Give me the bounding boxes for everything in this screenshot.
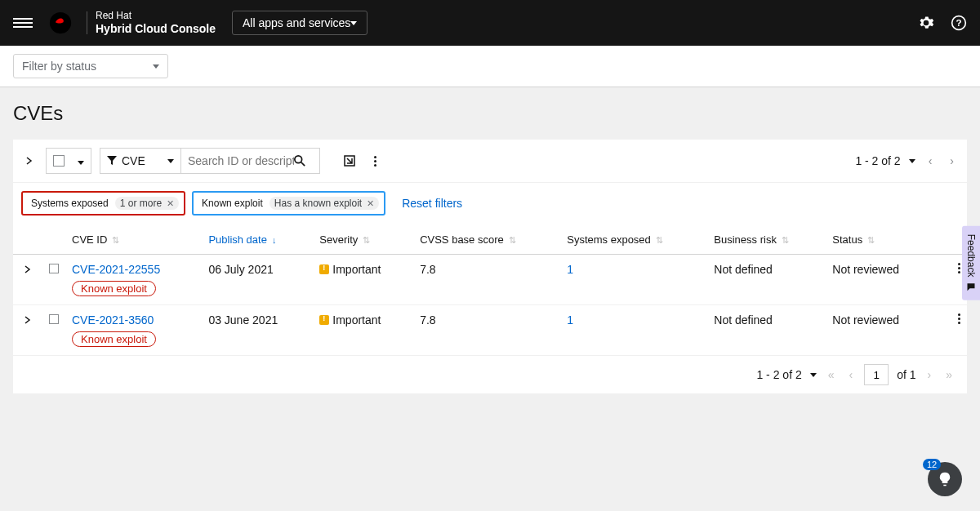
help-icon[interactable]: ?	[951, 15, 967, 31]
toolbar-kebab-menu[interactable]	[374, 156, 376, 167]
bulk-select-dropdown[interactable]	[46, 148, 91, 174]
filter-type-label: CVE	[122, 154, 145, 167]
chip-known-exploit: Known exploit Has a known exploit ✕	[192, 191, 385, 216]
col-cve-id[interactable]: CVE ID⇅	[65, 225, 202, 255]
col-cvss[interactable]: CVSS base score⇅	[413, 225, 560, 255]
search-input[interactable]	[188, 154, 294, 167]
brand-logo[interactable]: Red Hat Hybrid Cloud Console	[49, 11, 216, 35]
cell-publish-date: 06 July 2021	[202, 255, 313, 305]
table-row: CVE-2021-3560 Known exploit 03 June 2021…	[13, 305, 967, 356]
checkbox-icon	[53, 155, 65, 167]
cve-table: CVE ID⇅ Publish date↓ Severity⇅ CVSS bas…	[13, 225, 967, 356]
pager-page-input[interactable]	[864, 364, 889, 385]
col-publish-date[interactable]: Publish date↓	[202, 225, 313, 255]
cve-id-link[interactable]: CVE-2021-3560	[72, 313, 195, 327]
filter-chips-row: Systems exposed 1 or more ✕ Known exploi…	[13, 183, 967, 225]
col-severity[interactable]: Severity⇅	[313, 225, 413, 255]
svg-point-3	[295, 156, 302, 163]
pager-next-button[interactable]: ›	[924, 368, 935, 381]
gear-icon[interactable]	[918, 15, 934, 31]
pager-prev-button[interactable]: ‹	[924, 154, 938, 167]
cell-severity: Important	[313, 255, 413, 305]
page-title: CVEs	[0, 87, 980, 133]
cell-severity: Important	[313, 305, 413, 356]
systems-exposed-link[interactable]: 1	[567, 263, 573, 276]
filter-icon	[107, 156, 117, 166]
chip-remove-icon[interactable]: ✕	[167, 198, 174, 209]
filter-type-dropdown[interactable]: CVE	[100, 148, 181, 174]
chevron-down-icon	[350, 21, 357, 25]
cell-cvss: 7.8	[413, 255, 560, 305]
row-expand-toggle[interactable]	[13, 305, 42, 356]
expand-all-toggle[interactable]	[21, 154, 38, 167]
feedback-label: Feedback	[965, 234, 977, 278]
export-icon[interactable]	[343, 154, 356, 167]
pager-compact: 1 - 2 of 2 ‹ ›	[855, 154, 959, 167]
filter-by-status-dropdown[interactable]: Filter by status	[13, 54, 168, 78]
top-header: Red Hat Hybrid Cloud Console All apps an…	[0, 0, 980, 46]
search-input-group[interactable]	[181, 148, 320, 174]
col-systems-exposed[interactable]: Systems exposed⇅	[560, 225, 707, 255]
cell-cvss: 7.8	[413, 305, 560, 356]
cell-status: Not reviewed	[826, 305, 933, 356]
feedback-tab[interactable]: Feedback	[962, 226, 980, 300]
app-selector-dropdown[interactable]: All apps and services	[232, 11, 368, 35]
chevron-down-icon	[167, 159, 174, 163]
cve-id-link[interactable]: CVE-2021-22555	[72, 263, 195, 276]
row-checkbox[interactable]	[42, 305, 65, 356]
pager-prev-button[interactable]: ‹	[846, 368, 857, 381]
systems-exposed-link[interactable]: 1	[567, 313, 573, 327]
logo-divider	[87, 11, 87, 34]
cell-business-risk: Not defined	[707, 305, 826, 356]
severity-icon	[319, 264, 329, 274]
chip-label: Systems exposed	[28, 196, 112, 211]
row-expand-toggle[interactable]	[13, 255, 42, 305]
chat-icon	[966, 282, 976, 291]
brand-line2: Hybrid Cloud Console	[96, 22, 216, 35]
hamburger-menu-icon[interactable]	[13, 13, 33, 33]
redhat-icon	[49, 11, 72, 34]
severity-icon	[319, 315, 329, 325]
row-checkbox[interactable]	[42, 255, 65, 305]
brand-text: Red Hat Hybrid Cloud Console	[96, 11, 216, 35]
table-row: CVE-2021-22555 Known exploit 06 July 202…	[13, 255, 967, 305]
pager-first-button[interactable]: «	[825, 368, 838, 381]
app-selector-label: All apps and services	[243, 16, 350, 29]
chip-remove-icon[interactable]: ✕	[367, 198, 374, 209]
chevron-down-icon[interactable]	[909, 159, 915, 163]
cell-publish-date: 03 June 2021	[202, 305, 313, 356]
chevron-down-icon[interactable]	[810, 373, 817, 377]
chip-value: 1 or more ✕	[115, 197, 179, 210]
chevron-down-icon	[78, 161, 84, 165]
chip-label: Known exploit	[198, 196, 266, 211]
sub-toolbar: Filter by status	[0, 46, 980, 87]
brand-line1: Red Hat	[96, 11, 216, 22]
table-toolbar: CVE 1 - 2 of 2 ‹ ›	[13, 140, 967, 183]
col-business-risk[interactable]: Business risk⇅	[707, 225, 826, 255]
chip-systems-exposed: Systems exposed 1 or more ✕	[21, 191, 185, 216]
known-exploit-badge: Known exploit	[72, 281, 156, 296]
search-icon[interactable]	[294, 155, 305, 167]
pager-last-button[interactable]: »	[942, 368, 956, 381]
filter-status-placeholder: Filter by status	[22, 60, 96, 73]
reset-filters-link[interactable]: Reset filters	[402, 197, 462, 210]
pager-range: 1 - 2 of 2	[855, 154, 900, 167]
pager-range: 1 - 2 of 2	[756, 368, 801, 381]
pager-of-text: of 1	[897, 368, 915, 381]
svg-text:?: ?	[956, 17, 961, 28]
row-kebab-menu[interactable]	[958, 313, 960, 324]
known-exploit-badge: Known exploit	[72, 331, 156, 347]
col-status[interactable]: Status⇅	[826, 225, 933, 255]
svg-line-4	[301, 162, 305, 166]
cve-card: CVE 1 - 2 of 2 ‹ › Systems exposed 1 or …	[13, 140, 967, 393]
chip-value: Has a known exploit ✕	[270, 197, 379, 210]
pager-next-button[interactable]: ›	[945, 154, 959, 167]
cell-status: Not reviewed	[826, 255, 933, 305]
pager-bottom: 1 - 2 of 2 « ‹ of 1 › »	[13, 356, 967, 393]
cell-business-risk: Not defined	[707, 255, 826, 305]
row-kebab-menu[interactable]	[958, 263, 960, 273]
chevron-down-icon	[153, 64, 159, 69]
